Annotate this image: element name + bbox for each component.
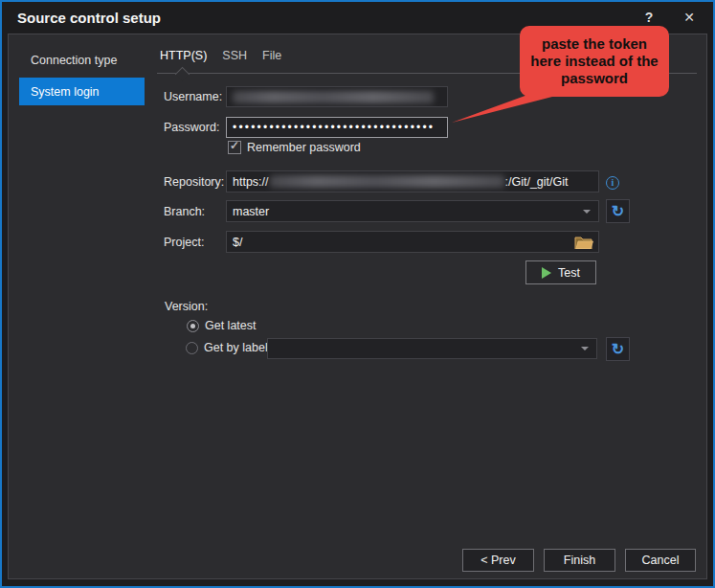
tab-https[interactable]: HTTP(S) (160, 49, 207, 68)
project-label: Project: (164, 236, 204, 249)
annotation-callout: paste the token here instead of the pass… (520, 26, 669, 97)
close-icon[interactable]: ✕ (677, 2, 702, 34)
cancel-button[interactable]: Cancel (625, 549, 696, 572)
repository-url-prefix: https:// (233, 175, 269, 189)
tab-file[interactable]: File (262, 49, 281, 68)
callout-text-line: here instead of the (520, 53, 669, 70)
redacted-username-value (233, 91, 434, 103)
folder-browse-icon[interactable] (574, 236, 593, 249)
play-icon (542, 267, 551, 279)
info-icon[interactable]: i (606, 176, 619, 190)
masked-password-value: ••••••••••••••••••••••••••••••••• (233, 121, 435, 134)
chevron-down-icon (583, 210, 591, 214)
repository-label: Repository: (164, 175, 224, 189)
sidebar-item-label: System login (31, 85, 100, 99)
branch-dropdown[interactable]: master (226, 200, 599, 222)
protocol-tabs: HTTP(S) SSH File (160, 49, 297, 68)
branch-label: Branch: (164, 205, 205, 218)
tab-ssh[interactable]: SSH (222, 49, 247, 68)
radio-unselected[interactable] (186, 342, 198, 354)
prev-button[interactable]: < Prev (462, 549, 534, 572)
refresh-icon: ↻ (612, 340, 624, 358)
get-by-label-label: Get by label: (204, 341, 271, 354)
project-value: $/ (233, 236, 242, 249)
radio-selected[interactable] (187, 320, 199, 332)
branch-value: master (233, 205, 269, 218)
version-label: Version: (165, 300, 208, 313)
username-input[interactable] (226, 86, 448, 107)
get-by-label-radio-row[interactable]: Get by label: (186, 341, 271, 354)
finish-button[interactable]: Finish (544, 549, 615, 572)
get-latest-label: Get latest (205, 319, 257, 332)
repository-url-suffix: :/Git/_git/Git (505, 175, 569, 189)
label-refresh-button[interactable]: ↻ (606, 337, 630, 361)
get-latest-radio-row[interactable]: Get latest (187, 319, 257, 332)
chevron-down-icon (581, 347, 589, 351)
redacted-repository-host (270, 175, 504, 188)
test-button[interactable]: Test (525, 260, 596, 284)
password-label: Password: (164, 121, 219, 134)
branch-refresh-button[interactable]: ↻ (606, 199, 630, 223)
username-label: Username: (164, 90, 222, 103)
callout-text-line: password (520, 70, 669, 87)
dialog-title: Source control setup (17, 2, 161, 34)
callout-text-line: paste the token (520, 35, 669, 53)
source-control-setup-dialog: Source control setup ? ✕ Connection type… (0, 0, 715, 588)
dialog-body-panel: Connection type System login HTTP(S) SSH… (8, 34, 707, 579)
check-icon: ✓ (230, 139, 239, 152)
active-tab-notch (175, 67, 190, 82)
project-input[interactable]: $/ (226, 231, 599, 253)
repository-input[interactable]: https:// :/Git/_git/Git (226, 170, 599, 192)
checkbox-checked[interactable]: ✓ (228, 141, 241, 154)
remember-password-label: Remember password (247, 141, 361, 154)
remember-password-checkbox-row[interactable]: ✓ Remember password (228, 141, 361, 154)
password-input[interactable]: ••••••••••••••••••••••••••••••••• (226, 117, 448, 138)
sidebar-item-system-login[interactable]: System login (19, 78, 145, 105)
get-by-label-dropdown[interactable] (267, 338, 597, 359)
connection-type-heading: Connection type (31, 54, 117, 67)
refresh-icon: ↻ (612, 202, 624, 220)
test-button-label: Test (558, 266, 580, 280)
